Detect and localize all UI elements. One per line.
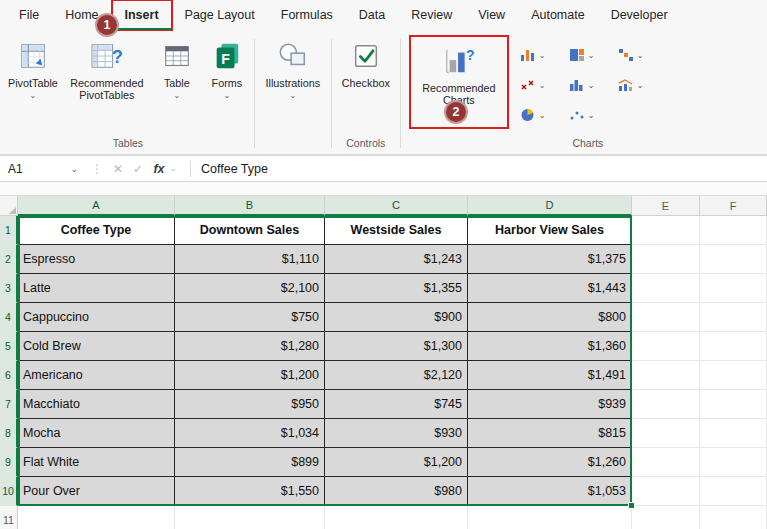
cell-D3[interactable]: $1,443 <box>468 274 632 303</box>
column-chart-button[interactable]: ⌄ <box>517 40 566 70</box>
row-header-2[interactable]: 2 <box>0 245 18 274</box>
cancel-icon[interactable]: ✕ <box>108 162 128 176</box>
tab-automate[interactable]: Automate <box>518 0 598 31</box>
cell-D9[interactable]: $1,260 <box>468 448 632 477</box>
tab-formulas[interactable]: Formulas <box>268 0 346 31</box>
column-header-F[interactable]: F <box>700 196 767 216</box>
cell-B11[interactable] <box>175 506 325 529</box>
cell-C7[interactable]: $745 <box>325 390 468 419</box>
cell-B8[interactable]: $1,034 <box>175 419 325 448</box>
cell-A4[interactable]: Cappuccino <box>18 303 175 332</box>
cell-C1[interactable]: Westside Sales <box>325 216 468 245</box>
cell-F7[interactable] <box>700 390 767 419</box>
cell-E9[interactable] <box>632 448 700 477</box>
cell-E11[interactable] <box>632 506 700 529</box>
cell-F2[interactable] <box>700 245 767 274</box>
cell-D10[interactable]: $1,053 <box>468 477 632 506</box>
selection-fill-handle[interactable] <box>628 502 635 509</box>
cell-F8[interactable] <box>700 419 767 448</box>
row-header-10[interactable]: 10 <box>0 477 18 506</box>
sparkline-chart-button[interactable]: ⌄ <box>566 100 615 130</box>
row-header-8[interactable]: 8 <box>0 419 18 448</box>
cell-E7[interactable] <box>632 390 700 419</box>
tab-developer[interactable]: Developer <box>598 0 681 31</box>
cell-F4[interactable] <box>700 303 767 332</box>
tab-data[interactable]: Data <box>346 0 398 31</box>
cell-A10[interactable]: Pour Over <box>18 477 175 506</box>
row-header-1[interactable]: 1 <box>0 216 18 245</box>
row-header-3[interactable]: 3 <box>0 274 18 303</box>
cell-D5[interactable]: $1,360 <box>468 332 632 361</box>
table-button[interactable]: Table ⌄ <box>152 33 202 102</box>
column-header-A[interactable]: A <box>18 196 175 216</box>
cell-A8[interactable]: Mocha <box>18 419 175 448</box>
cell-C11[interactable] <box>325 506 468 529</box>
tab-file[interactable]: File <box>6 0 52 31</box>
cell-C4[interactable]: $900 <box>325 303 468 332</box>
cell-B7[interactable]: $950 <box>175 390 325 419</box>
cell-C5[interactable]: $1,300 <box>325 332 468 361</box>
cell-F5[interactable] <box>700 332 767 361</box>
cell-D1[interactable]: Harbor View Sales <box>468 216 632 245</box>
cell-B5[interactable]: $1,280 <box>175 332 325 361</box>
row-header-7[interactable]: 7 <box>0 390 18 419</box>
forms-button[interactable]: F Forms ⌄ <box>202 33 252 102</box>
cell-E4[interactable] <box>632 303 700 332</box>
cell-C2[interactable]: $1,243 <box>325 245 468 274</box>
cell-A7[interactable]: Macchiato <box>18 390 175 419</box>
column-header-B[interactable]: B <box>175 196 325 216</box>
cell-D6[interactable]: $1,491 <box>468 361 632 390</box>
cell-C8[interactable]: $930 <box>325 419 468 448</box>
cell-A6[interactable]: Americano <box>18 361 175 390</box>
cell-F1[interactable] <box>700 216 767 245</box>
enter-icon[interactable]: ✓ <box>128 162 148 176</box>
cell-F9[interactable] <box>700 448 767 477</box>
cell-D7[interactable]: $939 <box>468 390 632 419</box>
tab-review[interactable]: Review <box>398 0 465 31</box>
cell-B1[interactable]: Downtown Sales <box>175 216 325 245</box>
checkbox-button[interactable]: Checkbox <box>334 33 398 91</box>
cell-E5[interactable] <box>632 332 700 361</box>
cell-B6[interactable]: $1,200 <box>175 361 325 390</box>
cell-E6[interactable] <box>632 361 700 390</box>
cell-A9[interactable]: Flat White <box>18 448 175 477</box>
row-header-5[interactable]: 5 <box>0 332 18 361</box>
tab-page-layout[interactable]: Page Layout <box>172 0 268 31</box>
cell-B2[interactable]: $1,110 <box>175 245 325 274</box>
cell-F6[interactable] <box>700 361 767 390</box>
cell-E10[interactable] <box>632 477 700 506</box>
row-header-9[interactable]: 9 <box>0 448 18 477</box>
cell-F11[interactable] <box>700 506 767 529</box>
recommended-charts-button[interactable]: ? Recommended Charts <box>413 38 505 108</box>
insert-function-icon[interactable]: fx <box>148 162 170 176</box>
cell-A5[interactable]: Cold Brew <box>18 332 175 361</box>
row-header-6[interactable]: 6 <box>0 361 18 390</box>
cell-D8[interactable]: $815 <box>468 419 632 448</box>
cell-E2[interactable] <box>632 245 700 274</box>
combo-chart-button[interactable]: ⌄ <box>615 70 664 100</box>
column-header-C[interactable]: C <box>325 196 468 216</box>
histogram-chart-button[interactable]: ⌄ <box>566 70 615 100</box>
name-box[interactable]: A1 ⌄ <box>0 156 86 181</box>
formula-content[interactable]: Coffee Type <box>201 162 268 176</box>
tab-view[interactable]: View <box>465 0 518 31</box>
cell-C10[interactable]: $980 <box>325 477 468 506</box>
cell-B4[interactable]: $750 <box>175 303 325 332</box>
cell-B9[interactable]: $899 <box>175 448 325 477</box>
cell-C9[interactable]: $1,200 <box>325 448 468 477</box>
cell-A2[interactable]: Espresso <box>18 245 175 274</box>
recommended-pivottables-button[interactable]: ? Recommended PivotTables <box>62 33 152 103</box>
waterfall-chart-button[interactable]: ⌄ <box>615 40 664 70</box>
tab-insert[interactable]: Insert <box>112 0 172 31</box>
cell-A3[interactable]: Latte <box>18 274 175 303</box>
column-header-D[interactable]: D <box>468 196 632 216</box>
cell-E3[interactable] <box>632 274 700 303</box>
cell-A1[interactable]: Coffee Type <box>18 216 175 245</box>
cell-B10[interactable]: $1,550 <box>175 477 325 506</box>
cell-E1[interactable] <box>632 216 700 245</box>
column-header-E[interactable]: E <box>632 196 700 216</box>
cell-D4[interactable]: $800 <box>468 303 632 332</box>
row-header-4[interactable]: 4 <box>0 303 18 332</box>
cell-F10[interactable] <box>700 477 767 506</box>
cell-C3[interactable]: $1,355 <box>325 274 468 303</box>
